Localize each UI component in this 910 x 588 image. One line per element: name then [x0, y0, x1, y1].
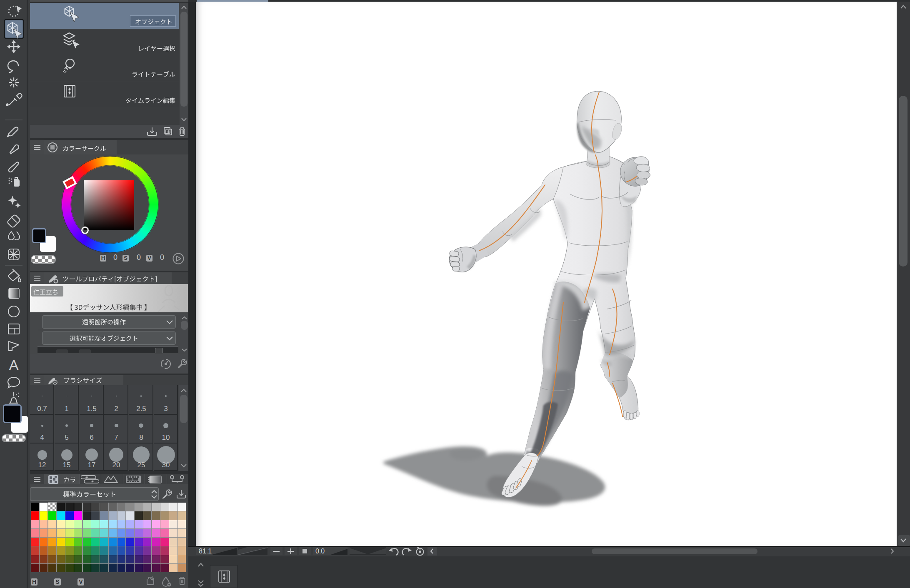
svg-text:A: A	[9, 357, 19, 373]
